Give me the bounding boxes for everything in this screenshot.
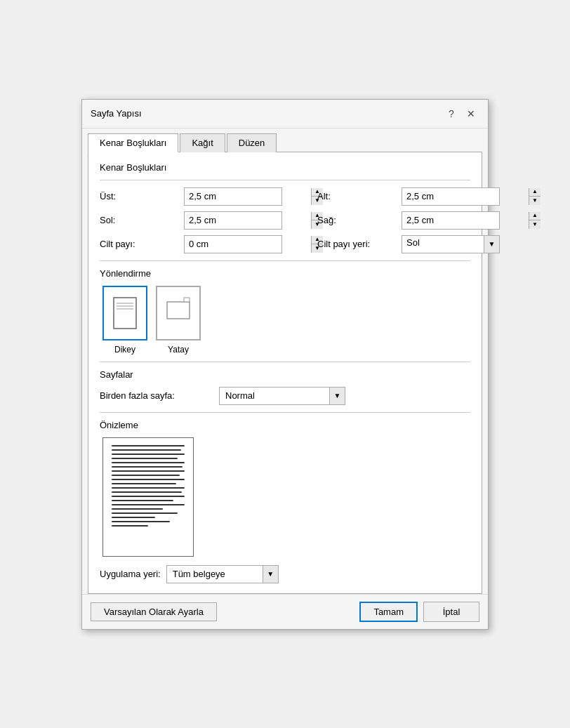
divider-3 — [100, 362, 470, 362]
portrait-label: Dikey — [114, 345, 135, 355]
preview-line-18 — [112, 517, 155, 518]
preview-line-10 — [112, 483, 176, 484]
pages-label: Sayfalar — [100, 369, 470, 380]
divider-2 — [100, 260, 470, 261]
cilt-yeri-value: Sol — [402, 236, 484, 253]
margins-section-label: Kenar Boşlukları — [100, 162, 470, 173]
alt-spin-up[interactable]: ▲ — [529, 188, 541, 197]
landscape-button[interactable]: Yatay — [156, 286, 201, 355]
ust-spinner[interactable]: ▲ ▼ — [184, 187, 282, 206]
footer-left: Varsayılan Olarak Ayarla — [91, 602, 217, 621]
preview-line-2 — [112, 449, 181, 451]
tabs-bar: Kenar Boşlukları Kağıt Düzen — [82, 128, 488, 152]
preview-line-19 — [112, 521, 170, 522]
preview-line-1 — [112, 445, 185, 446]
preview-line-8 — [112, 475, 180, 476]
help-button[interactable]: ? — [443, 105, 460, 122]
preview-line-14 — [112, 500, 173, 501]
ust-label: Üst: — [100, 191, 184, 201]
portrait-icon — [102, 286, 147, 340]
margins-grid: Üst: ▲ ▼ Alt: ▲ ▼ Sol: — [100, 187, 470, 253]
sag-input[interactable] — [402, 212, 529, 229]
dialog-footer: Varsayılan Olarak Ayarla Tamam İptal — [82, 594, 488, 629]
landscape-svg — [166, 296, 191, 330]
pages-section: Sayfalar Birden fazla sayfa: Normal ▼ — [100, 369, 470, 405]
orientation-label: Yönlendirme — [100, 268, 470, 279]
orientation-buttons: Dikey Yatay — [102, 286, 470, 355]
sag-spinner[interactable]: ▲ ▼ — [402, 211, 500, 230]
preview-line-4 — [112, 458, 178, 459]
page-setup-dialog: Sayfa Yapısı ? ✕ Kenar Boşlukları Kağıt … — [81, 99, 489, 630]
dialog-title: Sayfa Yapısı — [91, 108, 142, 119]
cilt-yeri-label: Cilt payı yeri: — [317, 239, 402, 249]
sag-spin-buttons: ▲ ▼ — [529, 212, 541, 229]
preview-line-17 — [112, 512, 178, 514]
preview-line-11 — [112, 487, 185, 489]
preview-line-6 — [112, 466, 183, 468]
alt-spin-buttons: ▲ ▼ — [529, 188, 541, 205]
svg-rect-4 — [167, 302, 190, 319]
pages-value: Normal — [220, 389, 329, 402]
birden-fazla-label: Birden fazla sayfa: — [100, 390, 219, 401]
cilt-spinner[interactable]: ▲ ▼ — [184, 235, 282, 253]
apply-arrow[interactable]: ▼ — [263, 566, 278, 583]
preview-label: Önizleme — [100, 420, 470, 430]
preview-line-7 — [112, 470, 185, 472]
tab-paper[interactable]: Kağıt — [180, 133, 225, 152]
divider-1 — [100, 180, 470, 180]
cilt-yeri-arrow[interactable]: ▼ — [484, 236, 499, 253]
preview-section: Önizleme — [100, 420, 470, 557]
cilt-input[interactable] — [185, 236, 311, 253]
cancel-button[interactable]: İptal — [423, 602, 479, 622]
portrait-svg — [112, 296, 138, 330]
apply-value: Tüm belgeye — [167, 567, 263, 581]
tab-layout[interactable]: Düzen — [227, 133, 277, 152]
landscape-label: Yatay — [168, 345, 189, 355]
title-buttons: ? ✕ — [443, 105, 479, 122]
sol-spinner[interactable]: ▲ ▼ — [184, 211, 282, 230]
landscape-icon — [156, 286, 201, 340]
apply-label: Uygulama yeri: — [100, 569, 161, 579]
pages-row: Birden fazla sayfa: Normal ▼ — [100, 387, 470, 405]
ust-input[interactable] — [185, 188, 311, 205]
alt-label: Alt: — [317, 191, 402, 201]
preview-line-16 — [112, 508, 163, 510]
preview-line-5 — [112, 462, 185, 463]
pages-arrow[interactable]: ▼ — [329, 388, 345, 404]
pages-select[interactable]: Normal ▼ — [219, 387, 345, 405]
preview-line-12 — [112, 491, 182, 493]
preview-line-9 — [112, 479, 185, 480]
cilt-yeri-select[interactable]: Sol ▼ — [402, 235, 500, 253]
preview-line-3 — [112, 454, 185, 455]
footer-right: Tamam İptal — [359, 602, 479, 622]
preview-line-13 — [112, 496, 185, 497]
tab-content: Kenar Boşlukları Üst: ▲ ▼ Alt: ▲ ▼ — [88, 152, 482, 594]
apply-row: Uygulama yeri: Tüm belgeye ▼ — [100, 565, 470, 583]
alt-input[interactable] — [402, 188, 529, 205]
cilt-label: Cilt payı: — [100, 239, 184, 249]
title-bar: Sayfa Yapısı ? ✕ — [82, 100, 488, 128]
alt-spinner[interactable]: ▲ ▼ — [402, 187, 500, 206]
preview-line-20 — [112, 525, 148, 527]
sag-spin-down[interactable]: ▼ — [529, 220, 541, 229]
apply-select[interactable]: Tüm belgeye ▼ — [166, 565, 279, 583]
close-button[interactable]: ✕ — [463, 105, 479, 122]
preview-box — [102, 437, 194, 557]
ok-button[interactable]: Tamam — [359, 602, 418, 622]
sol-input[interactable] — [185, 212, 311, 229]
sag-label: Sağ: — [317, 215, 402, 225]
svg-rect-0 — [114, 298, 136, 329]
sag-spin-up[interactable]: ▲ — [529, 212, 541, 220]
tab-margins[interactable]: Kenar Boşlukları — [88, 133, 178, 152]
orientation-section: Yönlendirme Dikey — [100, 268, 470, 355]
default-button[interactable]: Varsayılan Olarak Ayarla — [91, 602, 217, 621]
portrait-button[interactable]: Dikey — [102, 286, 147, 355]
divider-4 — [100, 412, 470, 413]
alt-spin-down[interactable]: ▼ — [529, 196, 541, 205]
preview-line-15 — [112, 504, 185, 505]
svg-rect-5 — [184, 298, 190, 302]
sol-label: Sol: — [100, 215, 184, 225]
